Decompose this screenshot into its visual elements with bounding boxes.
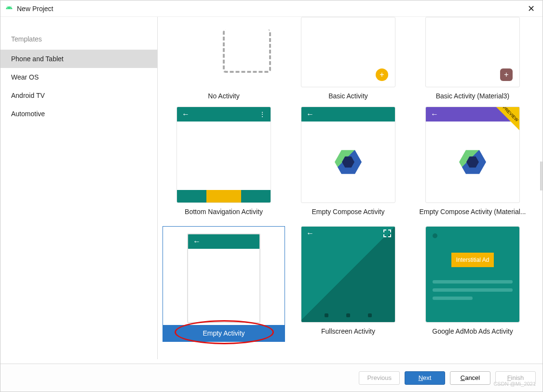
sidebar-item-wear-os[interactable]: Wear OS — [0, 68, 157, 86]
back-arrow-icon: ← — [193, 237, 201, 246]
interstitial-ad-badge: Interstitial Ad — [451, 253, 494, 267]
appbar-icon: ← — [188, 234, 259, 249]
template-label: Basic Activity — [328, 87, 368, 102]
thumbnail: ← — [187, 233, 260, 323]
template-fullscreen-activity[interactable]: ← Fullscreen Activity — [287, 226, 409, 342]
thumbnail: ← ⋮ — [176, 107, 271, 203]
template-label: Fullscreen Activity — [321, 323, 375, 337]
template-label: Empty Compose Activity — [312, 203, 385, 217]
kebab-icon: ⋮ — [259, 110, 266, 118]
sidebar-heading: Templates — [0, 31, 157, 50]
template-empty-compose-activity-material3[interactable]: ← PREVIEW Empty Compose Activity (Materi… — [411, 107, 534, 217]
fullscreen-icon — [383, 230, 391, 237]
footer: Previous Next Cancel Finish — [0, 364, 543, 392]
dot-icon — [433, 233, 437, 238]
template-grid: No Activity + Basic Activity + Basic Act… — [158, 17, 543, 359]
fab-plus-icon: + — [500, 68, 513, 81]
appbar-icon: ← ⋮ — [177, 107, 271, 122]
titlebar: New Project ✕ — [0, 0, 543, 17]
fab-plus-icon: + — [376, 68, 388, 81]
thumbnail: + — [425, 17, 520, 87]
scrollbar[interactable] — [540, 162, 543, 190]
back-arrow-icon: ← — [306, 110, 314, 119]
thumbnail — [176, 17, 271, 87]
template-label: Bottom Navigation Activity — [185, 203, 263, 217]
template-google-admob-ads-activity[interactable]: Interstitial Ad Google AdMob Ads Activit… — [411, 226, 534, 342]
back-arrow-icon: ← — [431, 110, 438, 119]
appbar-icon: ← — [301, 107, 395, 122]
placeholder-line-icon — [433, 280, 513, 284]
placeholder-line-icon — [433, 297, 473, 300]
selected-frame: ← Empty Activity — [163, 226, 285, 342]
template-label: Empty Compose Activity (Material... — [420, 203, 526, 217]
sidebar-item-android-tv[interactable]: Android TV — [0, 86, 157, 105]
window-title: New Project — [17, 5, 53, 13]
cancel-button[interactable]: Cancel — [450, 371, 490, 385]
template-empty-activity[interactable]: ← Empty Activity — [163, 226, 285, 342]
thumbnail: ← — [301, 226, 395, 323]
template-label: Google AdMob Ads Activity — [432, 323, 513, 337]
template-label: No Activity — [208, 87, 239, 102]
close-button[interactable]: ✕ — [525, 3, 538, 14]
dashed-rect-icon — [223, 29, 271, 73]
android-icon — [5, 4, 13, 13]
previous-button: Previous — [359, 371, 400, 385]
next-button[interactable]: Next — [405, 371, 445, 385]
template-bottom-navigation-activity[interactable]: ← ⋮ Bottom Navigation Activity — [163, 107, 285, 217]
compose-logo-icon — [459, 149, 486, 176]
template-label: Empty Activity — [163, 325, 285, 341]
thumbnail: ← PREVIEW — [425, 107, 520, 203]
template-no-activity[interactable]: No Activity — [163, 17, 285, 102]
sidebar-item-automotive[interactable]: Automotive — [0, 105, 157, 123]
template-basic-activity[interactable]: + Basic Activity — [287, 17, 409, 102]
compose-logo-icon — [335, 149, 362, 176]
back-arrow-icon: ← — [182, 110, 190, 119]
thumbnail: + — [301, 17, 395, 87]
nav-dots-icon — [301, 313, 395, 319]
thumbnail: Interstitial Ad — [425, 226, 520, 323]
thumbnail: ← — [301, 107, 395, 203]
appbar-icon: ← — [301, 227, 395, 240]
placeholder-line-icon — [433, 288, 513, 292]
finish-button: Finish — [495, 371, 536, 385]
bottom-nav-icon — [177, 190, 271, 203]
template-empty-compose-activity[interactable]: ← Empty Compose Activity — [287, 107, 409, 217]
sidebar-item-phone-and-tablet[interactable]: Phone and Tablet — [0, 50, 157, 68]
back-arrow-icon: ← — [306, 229, 314, 238]
template-basic-activity-material3[interactable]: + Basic Activity (Material3) — [411, 17, 534, 102]
main: Templates Phone and Tablet Wear OS Andro… — [0, 17, 543, 359]
template-label: Basic Activity (Material3) — [436, 87, 509, 102]
sidebar: Templates Phone and Tablet Wear OS Andro… — [0, 17, 158, 359]
